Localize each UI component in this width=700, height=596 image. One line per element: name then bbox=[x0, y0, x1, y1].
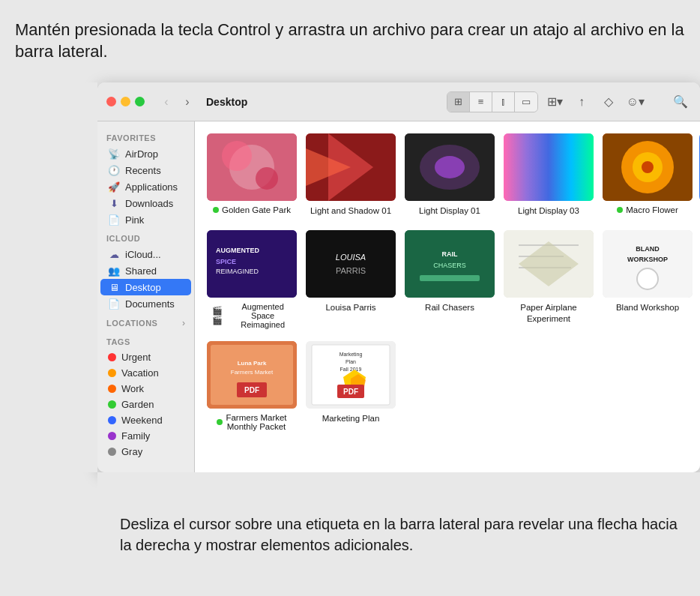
svg-point-3 bbox=[256, 167, 278, 190]
gallery-view-button[interactable]: ▭ bbox=[515, 92, 537, 112]
airdrop-icon: 📡 bbox=[108, 148, 120, 160]
svg-text:WORKSHOP: WORKSHOP bbox=[627, 256, 668, 263]
locations-expand-icon[interactable]: › bbox=[182, 318, 185, 328]
garden-tag-dot bbox=[108, 400, 116, 409]
forward-button[interactable]: › bbox=[178, 94, 197, 110]
svg-text:CHASERS: CHASERS bbox=[433, 262, 466, 269]
svg-rect-28 bbox=[420, 275, 480, 281]
sidebar-item-desktop[interactable]: 🖥 Desktop bbox=[100, 279, 191, 295]
sidebar-item-shared[interactable]: 👥 Shared bbox=[100, 262, 191, 279]
svg-point-37 bbox=[637, 268, 658, 289]
svg-rect-22 bbox=[306, 230, 396, 298]
sidebar-item-garden[interactable]: Garden bbox=[100, 397, 191, 412]
sidebar-label-shared: Shared bbox=[125, 265, 157, 277]
sidebar-item-family[interactable]: Family bbox=[100, 428, 191, 444]
sidebar-item-recents[interactable]: 🕐 Recents bbox=[100, 162, 191, 178]
file-thumbnail-ld1 bbox=[405, 133, 495, 201]
sidebar-item-pink[interactable]: 📄 Pink bbox=[100, 211, 191, 228]
view-buttons: ⊞ ≡ ⫿ ▭ bbox=[447, 91, 538, 112]
pink-icon: 📄 bbox=[108, 214, 120, 226]
svg-rect-10 bbox=[504, 133, 594, 201]
list-item[interactable]: Luna Park Farmers Market PDF Farmers Mar… bbox=[207, 341, 297, 431]
list-item[interactable]: Light Display 03 bbox=[504, 133, 594, 218]
icon-view-button[interactable]: ⊞ bbox=[447, 92, 470, 112]
applications-icon: 🚀 bbox=[108, 181, 120, 193]
column-view-button[interactable]: ⫿ bbox=[492, 92, 515, 112]
file-thumbnail-ld3 bbox=[504, 133, 594, 201]
work-tag-dot bbox=[108, 385, 116, 393]
file-thumbnail-fmmp: Luna Park Farmers Market PDF bbox=[207, 341, 297, 409]
arrange-button[interactable]: ⊞▾ bbox=[544, 91, 565, 112]
tag-label-gray: Gray bbox=[121, 446, 142, 457]
close-button[interactable] bbox=[106, 97, 116, 106]
sidebar-item-downloads[interactable]: ⬇ Downloads bbox=[100, 195, 191, 211]
list-item[interactable]: Golden Gate Park bbox=[207, 133, 297, 218]
svg-text:PARRIS: PARRIS bbox=[336, 266, 366, 275]
file-row-2: AUGMENTED SPICE REIMAGINED 🎬🎬 AugmentedS… bbox=[207, 230, 688, 329]
share-button[interactable]: ↑ bbox=[571, 91, 592, 112]
locations-section: Locations › bbox=[97, 312, 194, 331]
sidebar-item-gray[interactable]: Gray bbox=[100, 444, 191, 460]
list-item[interactable]: Light and Shadow 01 bbox=[306, 133, 396, 218]
svg-text:RAIL: RAIL bbox=[442, 250, 458, 258]
sidebar: Favorites 📡 AirDrop 🕐 Recents 🚀 Applicat… bbox=[97, 121, 195, 472]
sidebar-item-applications[interactable]: 🚀 Applications bbox=[100, 178, 191, 195]
sidebar-item-airdrop[interactable]: 📡 AirDrop bbox=[100, 145, 191, 162]
svg-text:AUGMENTED: AUGMENTED bbox=[216, 247, 259, 254]
list-item[interactable]: Macro Flower bbox=[603, 133, 693, 218]
recents-icon: 🕐 bbox=[108, 164, 120, 176]
file-name-mf: Macro Flower bbox=[617, 205, 678, 214]
documents-icon: 📄 bbox=[108, 298, 120, 310]
sidebar-item-weekend[interactable]: Weekend bbox=[100, 412, 191, 428]
sidebar-label-airdrop: AirDrop bbox=[125, 148, 158, 160]
list-view-button[interactable]: ≡ bbox=[470, 92, 492, 112]
family-tag-dot bbox=[108, 432, 116, 440]
list-item[interactable]: AUGMENTED SPICE REIMAGINED 🎬🎬 AugmentedS… bbox=[207, 230, 297, 329]
sidebar-label-icloud: iCloud... bbox=[125, 249, 161, 260]
shared-icon: 👥 bbox=[108, 265, 120, 277]
svg-text:BLAND: BLAND bbox=[636, 245, 660, 253]
list-item[interactable]: Light Display 01 bbox=[405, 133, 495, 218]
file-name-ggp: Golden Gate Park bbox=[213, 205, 291, 214]
svg-point-9 bbox=[435, 156, 465, 178]
list-item[interactable]: LOUISA PARRIS Louisa Parris bbox=[306, 230, 396, 329]
nav-arrows: ‹ › bbox=[157, 94, 197, 110]
toolbar: ‹ › Desktop ⊞ ≡ ⫿ ▭ ⊞▾ ↑ ◇ ☺▾ 🔍 bbox=[97, 82, 700, 121]
tag-label-weekend: Weekend bbox=[121, 415, 163, 426]
svg-text:PDF: PDF bbox=[244, 386, 259, 394]
tag-label-family: Family bbox=[121, 430, 150, 442]
back-button[interactable]: ‹ bbox=[157, 94, 176, 110]
sidebar-item-work[interactable]: Work bbox=[100, 381, 191, 397]
list-item[interactable]: Paper AirplaneExperiment bbox=[504, 230, 594, 329]
finder-window: ‹ › Desktop ⊞ ≡ ⫿ ▭ ⊞▾ ↑ ◇ ☺▾ 🔍 Favorite… bbox=[97, 82, 700, 472]
sidebar-item-vacation[interactable]: Vacation bbox=[100, 365, 191, 381]
bottom-annotation: Desliza el cursor sobre una etiqueta en … bbox=[97, 472, 700, 596]
sidebar-label-applications: Applications bbox=[125, 181, 178, 193]
svg-text:Luna Park: Luna Park bbox=[238, 360, 267, 367]
file-thumbnail-ggp bbox=[207, 133, 297, 201]
file-thumbnail-pae bbox=[504, 230, 594, 298]
gray-tag-dot bbox=[108, 448, 116, 456]
sidebar-label-pink: Pink bbox=[125, 214, 144, 226]
list-item[interactable]: Marketing Plan Fall 2019 PDF Marketing P… bbox=[306, 341, 396, 431]
list-item[interactable]: BLAND WORKSHOP Bland Workshop bbox=[603, 230, 693, 329]
traffic-lights bbox=[106, 97, 145, 106]
sidebar-item-icloud[interactable]: ☁ iCloud... bbox=[100, 246, 191, 262]
list-item[interactable]: RAIL CHASERS Rail Chasers bbox=[405, 230, 495, 329]
sidebar-item-documents[interactable]: 📄 Documents bbox=[100, 295, 191, 312]
minimize-button[interactable] bbox=[121, 97, 130, 106]
icloud-icon: ☁ bbox=[108, 248, 120, 260]
file-name-bw: Bland Workshop bbox=[616, 302, 679, 313]
search-button[interactable]: 🔍 bbox=[670, 91, 691, 112]
svg-text:Fall 2019: Fall 2019 bbox=[340, 367, 362, 372]
file-name-fmmp: Farmers MarketMonthly Packet bbox=[217, 413, 286, 431]
location-title: Desktop bbox=[206, 96, 247, 108]
tag-button[interactable]: ◇ bbox=[598, 91, 619, 112]
weekend-tag-dot bbox=[108, 416, 116, 424]
tag-label-urgent: Urgent bbox=[121, 352, 151, 363]
more-button[interactable]: ☺▾ bbox=[625, 91, 646, 112]
maximize-button[interactable] bbox=[135, 97, 145, 106]
main-content: Favorites 📡 AirDrop 🕐 Recents 🚀 Applicat… bbox=[97, 121, 700, 472]
file-name-asr: 🎬🎬 AugmentedSpace Reimagined bbox=[207, 302, 297, 329]
sidebar-item-urgent[interactable]: Urgent bbox=[100, 349, 191, 365]
